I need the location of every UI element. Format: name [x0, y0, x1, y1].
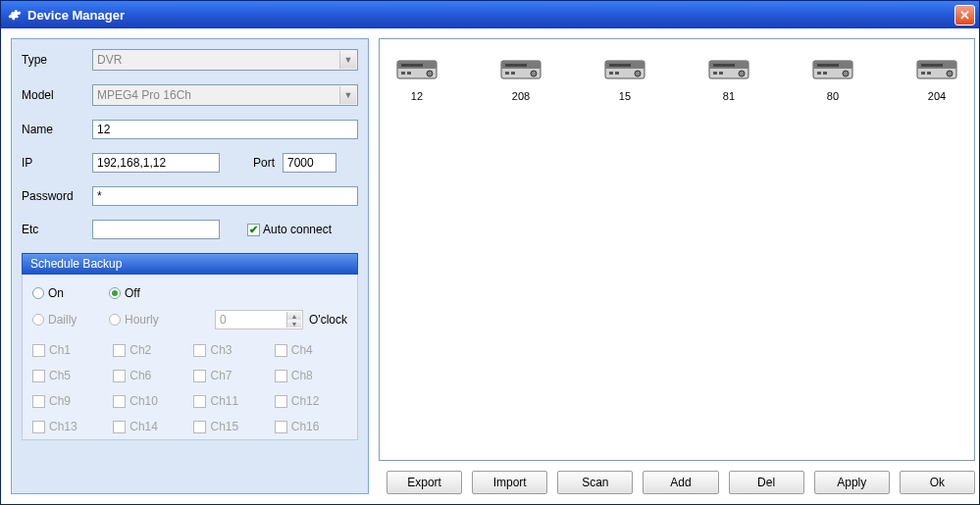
- channel-checkbox-3[interactable]: Ch3: [193, 343, 266, 357]
- channel-checkbox-2[interactable]: Ch2: [113, 343, 185, 357]
- device-list[interactable]: 12208158180204: [379, 38, 975, 461]
- ip-input[interactable]: [92, 153, 220, 173]
- svg-rect-5: [407, 72, 411, 75]
- password-input[interactable]: [92, 186, 358, 206]
- checkbox-icon: [113, 370, 126, 382]
- window-title: Device Manager: [27, 8, 125, 23]
- port-label: Port: [253, 156, 275, 170]
- checkbox-icon: [193, 421, 206, 433]
- device-name: 204: [928, 90, 946, 102]
- channel-checkbox-15[interactable]: Ch15: [193, 420, 266, 433]
- svg-rect-32: [921, 64, 943, 67]
- channel-checkbox-16[interactable]: Ch16: [275, 420, 347, 433]
- device-item[interactable]: 81: [699, 55, 758, 102]
- radio-icon: [109, 314, 121, 326]
- svg-rect-29: [823, 72, 827, 75]
- channel-checkbox-6[interactable]: Ch6: [113, 369, 185, 382]
- etc-input[interactable]: [92, 220, 220, 239]
- radio-icon: [32, 287, 44, 299]
- close-button[interactable]: ✕: [954, 5, 975, 25]
- device-name: 80: [827, 90, 839, 102]
- device-item[interactable]: 12: [387, 55, 446, 102]
- port-input[interactable]: [283, 153, 336, 173]
- import-button[interactable]: Import: [472, 471, 547, 494]
- del-button[interactable]: Del: [729, 471, 804, 494]
- export-button[interactable]: Export: [387, 471, 462, 494]
- channel-label: Ch8: [291, 369, 313, 382]
- radio-selected-icon: [109, 287, 121, 299]
- svg-rect-23: [719, 72, 723, 75]
- apply-button[interactable]: Apply: [814, 471, 890, 494]
- channel-label: Ch3: [210, 343, 232, 357]
- channel-checkbox-8[interactable]: Ch8: [275, 369, 347, 382]
- channel-checkbox-13[interactable]: Ch13: [32, 420, 105, 433]
- schedule-backup-panel: On Off Dailly Hourly: [22, 275, 358, 440]
- checkbox-icon: [32, 370, 45, 382]
- channel-checkbox-1[interactable]: Ch1: [32, 343, 105, 357]
- ip-label: IP: [22, 156, 92, 170]
- password-label: Password: [22, 189, 92, 203]
- schedule-daily-radio[interactable]: Dailly: [32, 313, 109, 327]
- name-input[interactable]: [92, 120, 358, 139]
- add-button[interactable]: Add: [643, 471, 718, 494]
- channel-label: Ch10: [129, 394, 158, 408]
- device-item[interactable]: 15: [595, 55, 654, 102]
- type-combobox[interactable]: DVR ▼: [92, 49, 358, 71]
- channel-label: Ch9: [49, 394, 71, 408]
- channel-checkbox-11[interactable]: Ch11: [193, 394, 266, 408]
- device-icon: [708, 55, 749, 86]
- type-label: Type: [22, 53, 92, 67]
- checkbox-icon: [193, 370, 206, 382]
- schedule-off-radio[interactable]: Off: [109, 286, 170, 300]
- svg-point-21: [739, 71, 745, 76]
- schedule-on-radio[interactable]: On: [32, 286, 109, 300]
- device-name: 12: [411, 90, 423, 102]
- channel-checkbox-5[interactable]: Ch5: [32, 369, 105, 382]
- channel-label: Ch16: [291, 420, 320, 433]
- schedule-backup-header: Schedule Backup: [22, 253, 358, 275]
- autoconnect-checkbox[interactable]: ✔ Auto connect: [247, 223, 332, 236]
- radio-icon: [32, 314, 44, 326]
- channel-grid: Ch1Ch2Ch3Ch4Ch5Ch6Ch7Ch8Ch9Ch10Ch11Ch12C…: [32, 343, 347, 433]
- channel-checkbox-4[interactable]: Ch4: [275, 343, 347, 357]
- svg-rect-2: [401, 64, 423, 67]
- svg-point-15: [635, 71, 641, 76]
- svg-rect-34: [921, 72, 925, 75]
- device-name: 15: [619, 90, 631, 102]
- daily-label: Dailly: [48, 313, 77, 327]
- model-value: MPEG4 Pro 16Ch: [97, 88, 191, 102]
- channel-checkbox-12[interactable]: Ch12: [275, 394, 347, 408]
- form-panel: Type DVR ▼ Model MPEG4 Pro 16Ch ▼ Name I…: [11, 38, 369, 494]
- checkbox-icon: [32, 344, 45, 357]
- channel-checkbox-7[interactable]: Ch7: [193, 369, 266, 382]
- hour-value: 0: [220, 313, 227, 327]
- hourly-label: Hourly: [125, 313, 159, 327]
- channel-checkbox-14[interactable]: Ch14: [113, 420, 185, 433]
- device-item[interactable]: 204: [907, 55, 966, 102]
- checkbox-icon: [113, 395, 126, 408]
- schedule-hourly-radio[interactable]: Hourly: [109, 313, 215, 327]
- checkbox-icon: [113, 421, 126, 433]
- channel-label: Ch4: [291, 343, 313, 357]
- channel-label: Ch5: [49, 369, 71, 382]
- model-combobox[interactable]: MPEG4 Pro 16Ch ▼: [92, 84, 358, 106]
- titlebar: Device Manager ✕: [1, 1, 979, 28]
- channel-label: Ch6: [129, 369, 151, 382]
- device-item[interactable]: 80: [803, 55, 862, 102]
- channel-checkbox-9[interactable]: Ch9: [32, 394, 105, 408]
- hour-spinner[interactable]: 0 ▲ ▼: [215, 310, 303, 329]
- channel-label: Ch2: [129, 343, 151, 357]
- checkbox-icon: [275, 395, 287, 408]
- ok-button[interactable]: Ok: [900, 471, 975, 494]
- device-manager-window: Device Manager ✕ Type DVR ▼ Model MPEG4 …: [0, 0, 980, 505]
- scan-button[interactable]: Scan: [557, 471, 633, 494]
- checkbox-icon: [275, 370, 287, 382]
- on-label: On: [48, 286, 64, 300]
- channel-checkbox-10[interactable]: Ch10: [113, 394, 185, 408]
- device-icon: [396, 55, 438, 86]
- chevron-down-icon: ▼: [286, 320, 301, 328]
- svg-rect-11: [511, 72, 515, 75]
- svg-rect-14: [609, 64, 631, 67]
- device-item[interactable]: 208: [491, 55, 550, 102]
- device-icon: [812, 55, 853, 86]
